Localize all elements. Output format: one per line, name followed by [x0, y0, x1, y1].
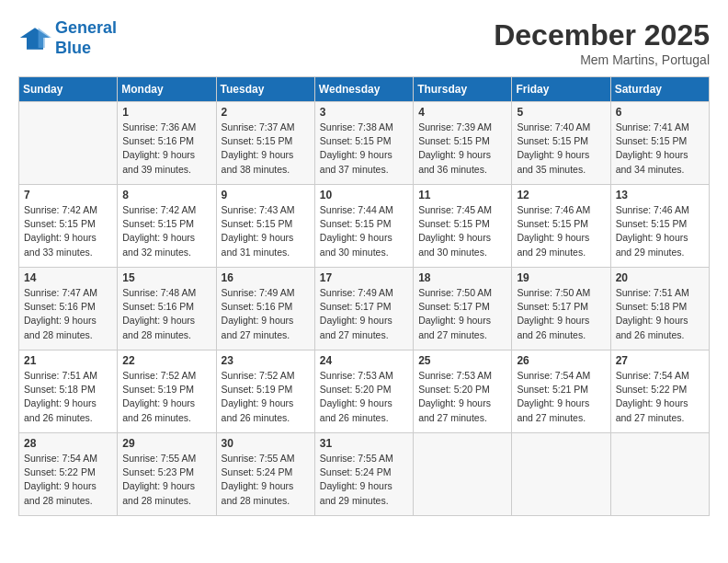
logo: General Blue	[18, 18, 117, 58]
calendar-cell: 16Sunrise: 7:49 AMSunset: 5:16 PMDayligh…	[216, 268, 314, 350]
day-info: Sunrise: 7:55 AMSunset: 5:24 PMDaylight:…	[222, 452, 310, 508]
logo-icon	[18, 26, 51, 52]
calendar-cell: 5Sunrise: 7:40 AMSunset: 5:15 PMDaylight…	[512, 102, 610, 185]
calendar-cell: 24Sunrise: 7:53 AMSunset: 5:20 PMDayligh…	[314, 350, 413, 433]
day-number: 26	[517, 354, 605, 367]
calendar-cell: 29Sunrise: 7:55 AMSunset: 5:23 PMDayligh…	[118, 433, 216, 516]
weekday-header-saturday: Saturday	[610, 77, 709, 102]
day-number: 8	[122, 189, 210, 201]
day-info: Sunrise: 7:49 AMSunset: 5:16 PMDaylight:…	[222, 286, 310, 342]
calendar-table: SundayMondayTuesdayWednesdayThursdayFrid…	[18, 76, 710, 516]
calendar-cell	[610, 433, 709, 516]
day-info: Sunrise: 7:45 AMSunset: 5:15 PMDaylight:…	[418, 203, 506, 259]
day-info: Sunrise: 7:39 AMSunset: 5:15 PMDaylight:…	[418, 121, 506, 177]
day-number: 4	[418, 106, 506, 119]
day-number: 19	[517, 271, 605, 284]
calendar-cell: 3Sunrise: 7:38 AMSunset: 5:15 PMDaylight…	[314, 102, 413, 185]
day-number: 22	[122, 354, 210, 367]
calendar-cell	[512, 433, 610, 516]
calendar-cell: 26Sunrise: 7:54 AMSunset: 5:21 PMDayligh…	[512, 350, 610, 433]
day-info: Sunrise: 7:51 AMSunset: 5:18 PMDaylight:…	[24, 369, 112, 425]
calendar-cell: 31Sunrise: 7:55 AMSunset: 5:24 PMDayligh…	[314, 433, 413, 516]
calendar-cell: 1Sunrise: 7:36 AMSunset: 5:16 PMDaylight…	[118, 102, 216, 185]
calendar-week-row: 28Sunrise: 7:54 AMSunset: 5:22 PMDayligh…	[19, 433, 710, 516]
day-info: Sunrise: 7:54 AMSunset: 5:22 PMDaylight:…	[24, 452, 112, 508]
calendar-cell: 13Sunrise: 7:46 AMSunset: 5:15 PMDayligh…	[610, 185, 709, 268]
day-number: 6	[616, 106, 704, 119]
location-subtitle: Mem Martins, Portugal	[494, 52, 710, 67]
day-info: Sunrise: 7:54 AMSunset: 5:22 PMDaylight:…	[616, 369, 704, 425]
day-number: 14	[24, 271, 112, 284]
calendar-cell: 28Sunrise: 7:54 AMSunset: 5:22 PMDayligh…	[19, 433, 118, 516]
day-number: 3	[320, 106, 408, 119]
calendar-cell: 14Sunrise: 7:47 AMSunset: 5:16 PMDayligh…	[19, 268, 118, 350]
day-number: 29	[122, 437, 210, 450]
day-info: Sunrise: 7:46 AMSunset: 5:15 PMDaylight:…	[616, 203, 704, 259]
calendar-cell: 27Sunrise: 7:54 AMSunset: 5:22 PMDayligh…	[610, 350, 709, 433]
day-number: 25	[418, 354, 506, 367]
day-number: 31	[320, 437, 408, 450]
day-number: 1	[122, 106, 210, 119]
day-info: Sunrise: 7:52 AMSunset: 5:19 PMDaylight:…	[222, 369, 310, 425]
calendar-cell: 8Sunrise: 7:42 AMSunset: 5:15 PMDaylight…	[118, 185, 216, 268]
weekday-header-wednesday: Wednesday	[314, 77, 413, 102]
calendar-cell: 2Sunrise: 7:37 AMSunset: 5:15 PMDaylight…	[216, 102, 314, 185]
day-number: 13	[616, 189, 704, 201]
calendar-cell	[19, 102, 118, 185]
day-info: Sunrise: 7:50 AMSunset: 5:17 PMDaylight:…	[517, 286, 605, 342]
day-info: Sunrise: 7:51 AMSunset: 5:18 PMDaylight:…	[616, 286, 704, 342]
calendar-week-row: 21Sunrise: 7:51 AMSunset: 5:18 PMDayligh…	[19, 350, 710, 433]
weekday-header-friday: Friday	[512, 77, 610, 102]
day-number: 10	[320, 189, 408, 201]
calendar-cell: 21Sunrise: 7:51 AMSunset: 5:18 PMDayligh…	[19, 350, 118, 433]
day-number: 5	[517, 106, 605, 119]
calendar-cell: 15Sunrise: 7:48 AMSunset: 5:16 PMDayligh…	[118, 268, 216, 350]
title-block: December 2025 Mem Martins, Portugal	[494, 18, 710, 67]
day-info: Sunrise: 7:42 AMSunset: 5:15 PMDaylight:…	[122, 203, 210, 259]
day-number: 15	[122, 271, 210, 284]
calendar-cell: 6Sunrise: 7:41 AMSunset: 5:15 PMDaylight…	[610, 102, 709, 185]
calendar-cell: 4Sunrise: 7:39 AMSunset: 5:15 PMDaylight…	[414, 102, 512, 185]
day-number: 30	[222, 437, 310, 450]
svg-marker-1	[39, 28, 51, 48]
day-info: Sunrise: 7:37 AMSunset: 5:15 PMDaylight:…	[222, 121, 310, 177]
day-number: 12	[517, 189, 605, 201]
day-info: Sunrise: 7:53 AMSunset: 5:20 PMDaylight:…	[418, 369, 506, 425]
weekday-header-sunday: Sunday	[19, 77, 118, 102]
day-number: 11	[418, 189, 506, 201]
day-info: Sunrise: 7:53 AMSunset: 5:20 PMDaylight:…	[320, 369, 408, 425]
calendar-cell: 10Sunrise: 7:44 AMSunset: 5:15 PMDayligh…	[314, 185, 413, 268]
calendar-header-row: SundayMondayTuesdayWednesdayThursdayFrid…	[19, 77, 710, 102]
day-info: Sunrise: 7:47 AMSunset: 5:16 PMDaylight:…	[24, 286, 112, 342]
day-number: 9	[222, 189, 310, 201]
day-info: Sunrise: 7:38 AMSunset: 5:15 PMDaylight:…	[320, 121, 408, 177]
calendar-week-row: 1Sunrise: 7:36 AMSunset: 5:16 PMDaylight…	[19, 102, 710, 185]
calendar-cell: 9Sunrise: 7:43 AMSunset: 5:15 PMDaylight…	[216, 185, 314, 268]
day-number: 21	[24, 354, 112, 367]
day-number: 20	[616, 271, 704, 284]
calendar-cell: 18Sunrise: 7:50 AMSunset: 5:17 PMDayligh…	[414, 268, 512, 350]
day-info: Sunrise: 7:52 AMSunset: 5:19 PMDaylight:…	[122, 369, 210, 425]
page-header: General Blue December 2025 Mem Martins, …	[18, 18, 710, 67]
calendar-cell: 19Sunrise: 7:50 AMSunset: 5:17 PMDayligh…	[512, 268, 610, 350]
weekday-header-monday: Monday	[118, 77, 216, 102]
day-info: Sunrise: 7:36 AMSunset: 5:16 PMDaylight:…	[122, 121, 210, 177]
day-info: Sunrise: 7:48 AMSunset: 5:16 PMDaylight:…	[122, 286, 210, 342]
day-info: Sunrise: 7:44 AMSunset: 5:15 PMDaylight:…	[320, 203, 408, 259]
calendar-cell: 7Sunrise: 7:42 AMSunset: 5:15 PMDaylight…	[19, 185, 118, 268]
day-info: Sunrise: 7:46 AMSunset: 5:15 PMDaylight:…	[517, 203, 605, 259]
day-number: 23	[222, 354, 310, 367]
calendar-cell: 23Sunrise: 7:52 AMSunset: 5:19 PMDayligh…	[216, 350, 314, 433]
day-info: Sunrise: 7:41 AMSunset: 5:15 PMDaylight:…	[616, 121, 704, 177]
day-number: 27	[616, 354, 704, 367]
calendar-cell: 30Sunrise: 7:55 AMSunset: 5:24 PMDayligh…	[216, 433, 314, 516]
weekday-header-tuesday: Tuesday	[216, 77, 314, 102]
weekday-header-thursday: Thursday	[414, 77, 512, 102]
month-title: December 2025	[494, 18, 710, 52]
day-info: Sunrise: 7:40 AMSunset: 5:15 PMDaylight:…	[517, 121, 605, 177]
logo-text: General Blue	[55, 18, 117, 58]
day-info: Sunrise: 7:50 AMSunset: 5:17 PMDaylight:…	[418, 286, 506, 342]
calendar-cell: 25Sunrise: 7:53 AMSunset: 5:20 PMDayligh…	[414, 350, 512, 433]
day-info: Sunrise: 7:55 AMSunset: 5:24 PMDaylight:…	[320, 452, 408, 508]
day-number: 17	[320, 271, 408, 284]
